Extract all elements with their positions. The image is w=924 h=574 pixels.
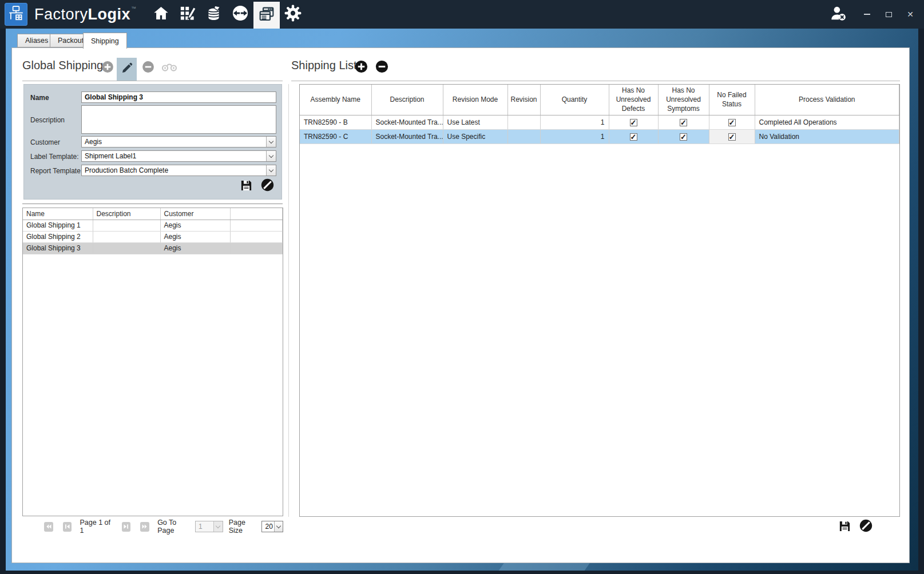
cell-has-no-unresolved-defects (609, 129, 658, 144)
shipping-list-rule (291, 81, 900, 81)
cell-customer: Aegis (160, 231, 230, 242)
remove-shipping-item-button[interactable] (375, 61, 389, 75)
cell-description (93, 242, 160, 254)
edit-global-shipping-button[interactable] (117, 58, 137, 81)
cell-revision-mode: Use Specific (443, 129, 507, 144)
sync-arrows-icon (231, 4, 249, 25)
form-cancel-button[interactable] (260, 178, 275, 194)
global-shipping-table: Name Description Customer Global Shippin… (22, 208, 283, 516)
goto-page-input[interactable]: 1 (195, 521, 223, 532)
pane-splitter[interactable] (288, 84, 289, 517)
tab-label: Shipping (91, 37, 119, 45)
label-template-select[interactable]: Shipment Label1 (81, 150, 276, 162)
cell-assembly-name: TRN82590 - C (300, 129, 371, 144)
chevron-down-icon (276, 523, 281, 528)
cell-blank (230, 242, 283, 254)
nav-documents-button[interactable] (253, 2, 280, 29)
cell-has-no-unresolved-symptoms (658, 129, 709, 144)
cell-revision-mode: Use Latest (443, 115, 507, 129)
table-header-row: Assembly Name Description Revision Mode … (300, 85, 899, 115)
minus-circle-icon (375, 60, 388, 75)
chevron-down-icon (269, 167, 273, 172)
cell-has-no-unresolved-defects (609, 115, 658, 129)
nav-home-button[interactable] (148, 0, 175, 29)
description-input[interactable] (81, 105, 276, 134)
form-table-divider (22, 204, 283, 204)
shipping-list-cancel-button[interactable] (858, 519, 874, 535)
nav-materials-button[interactable] (201, 0, 227, 29)
cancel-slash-icon (261, 178, 274, 194)
name-label: Name (30, 94, 49, 102)
table-row[interactable]: Global Shipping 1 Aegis (23, 220, 283, 231)
tab-label: Packout (58, 37, 84, 45)
page-size-select[interactable]: 20 (261, 521, 283, 532)
table-row[interactable]: TRN82590 - C Socket-Mounted Tra... Use S… (300, 129, 899, 144)
name-input[interactable] (81, 91, 276, 103)
add-global-shipping-button[interactable] (101, 61, 114, 75)
col-header-no-failed-status: No Failed Status (709, 85, 755, 115)
col-header-has-no-unresolved-defects: Has No Unresolved Defects (609, 85, 658, 115)
brand-trademark: ™ (131, 6, 137, 11)
pager-next-button[interactable] (122, 522, 131, 532)
customer-dropdown-button[interactable] (266, 137, 276, 147)
find-global-shipping-button[interactable] (161, 63, 178, 73)
shipping-list-save-button[interactable] (837, 520, 852, 535)
col-header-description: Description (93, 208, 160, 220)
checkbox[interactable] (680, 133, 687, 141)
cell-customer: Aegis (160, 242, 230, 254)
minimize-button[interactable] (862, 10, 871, 19)
nav-planning-button[interactable] (175, 0, 201, 29)
prev-page-icon (64, 524, 70, 529)
pager-first-button[interactable] (44, 522, 53, 532)
logout-user-button[interactable] (827, 2, 850, 27)
goto-page-dropdown-button[interactable] (213, 521, 223, 532)
checkbox[interactable] (630, 133, 637, 141)
report-template-value: Production Batch Complete (85, 166, 168, 174)
shipping-list-title: Shipping List (291, 59, 357, 72)
form-save-button[interactable] (239, 179, 253, 194)
goto-page-label: Go To Page (157, 519, 192, 535)
checkbox[interactable] (680, 119, 687, 126)
add-shipping-item-button[interactable] (354, 61, 368, 75)
chevron-down-icon (269, 138, 273, 143)
close-icon: ✕ (907, 10, 914, 19)
pager-last-button[interactable] (140, 522, 149, 532)
report-template-dropdown-button[interactable] (266, 165, 276, 176)
grid-edit-icon (179, 5, 196, 25)
nav-settings-button[interactable] (280, 0, 306, 29)
label-template-dropdown-button[interactable] (266, 151, 276, 161)
maximize-button[interactable] (884, 10, 893, 19)
col-header-process-validation: Process Validation (755, 85, 899, 115)
cell-process-validation: Completed All Operations (755, 115, 899, 129)
application-window: FactoryLogix™ (0, 0, 924, 574)
customer-select[interactable]: Aegis (81, 136, 276, 148)
col-header-has-no-unresolved-symptoms: Has No Unresolved Symptoms (658, 85, 709, 115)
chevron-down-icon (269, 153, 273, 157)
goto-page-value: 1 (199, 523, 203, 531)
checkbox[interactable] (728, 133, 736, 141)
plus-circle-icon (355, 60, 368, 75)
global-shipping-form: Name Description Customer Aegis Label Te… (23, 84, 282, 200)
pager-prev-button[interactable] (63, 522, 72, 532)
cell-revision (507, 115, 540, 129)
window-chrome: Aliases Packout Shipping Global Shipping… (6, 29, 918, 571)
tab-shipping[interactable]: Shipping (83, 33, 127, 49)
table-row[interactable]: TRN82590 - B Socket-Mounted Tra... Use L… (300, 115, 899, 129)
table-row[interactable]: Global Shipping 3 Aegis (23, 242, 283, 254)
nav-sync-button[interactable] (227, 0, 253, 29)
page-size-dropdown-button[interactable] (274, 521, 283, 532)
cell-blank (230, 220, 283, 231)
remove-global-shipping-button[interactable] (141, 61, 155, 75)
plus-circle-icon (101, 61, 114, 75)
customer-value: Aegis (85, 138, 102, 146)
cell-name: Global Shipping 2 (23, 231, 93, 242)
report-template-select[interactable]: Production Batch Complete (81, 165, 276, 176)
checkbox[interactable] (728, 119, 736, 126)
checkbox[interactable] (630, 119, 637, 126)
titlebar-right: ✕ (827, 2, 915, 27)
window-controls: ✕ (862, 10, 915, 19)
user-logout-icon (828, 3, 848, 25)
table-row[interactable]: Global Shipping 2 Aegis (23, 231, 283, 242)
close-button[interactable]: ✕ (906, 10, 915, 19)
app-logo (5, 3, 27, 26)
